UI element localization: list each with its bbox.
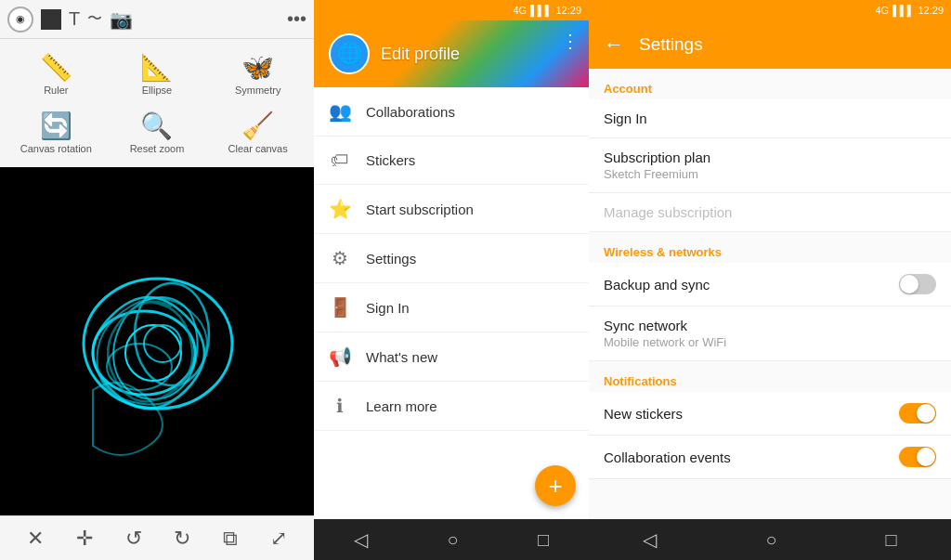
nav-home-icon[interactable]: ○ [447,529,458,551]
color-swatch[interactable] [41,9,61,30]
drawing-canvas[interactable] [0,167,314,515]
reset-zoom-icon: 🔍 [140,111,173,141]
settings-panel: 4G ▌▌▌ 12:29 ← Settings Account Sign In … [589,0,951,560]
drawing-panel: ◉ T 〜 📷 ••• 📏 Ruler 📐 Ellipse 🦋 Symmetry… [0,0,314,560]
canvas-svg [0,167,314,515]
settings-header: ← Settings [589,20,951,69]
settings-nav-back-icon[interactable]: ◁ [643,528,657,551]
svg-point-3 [125,325,181,381]
clear-canvas-label: Clear canvas [228,143,288,154]
settings-time: 12:29 [918,5,944,16]
manage-subscription-title: Manage subscription [604,204,936,220]
settings-nav-home-icon[interactable]: ○ [765,529,776,551]
drawing-bottombar: ✕ ✛ ↺ ↻ ⧉ ⤢ [0,515,314,560]
learn-more-icon: ℹ [329,395,351,417]
settings-new-stickers[interactable]: New stickers [589,392,951,436]
close-button[interactable]: ✕ [27,527,44,551]
menu-title: Edit profile [381,45,460,64]
stickers-icon: 🏷 [329,150,351,171]
redo-button[interactable]: ↻ [174,527,190,551]
back-button[interactable]: ← [604,33,624,57]
sync-network-title: Sync network [604,318,936,333]
settings-signal-bars: ▌▌▌ [892,5,914,16]
ruler-tool[interactable]: 📏 Ruler [7,46,105,101]
sync-network-subtitle: Mobile network or WiFi [604,335,936,349]
collaboration-events-title: Collaboration events [604,449,731,465]
camera-icon[interactable]: 📷 [110,8,133,31]
reset-zoom-tool[interactable]: 🔍 Reset zoom [109,105,206,160]
settings-sync-network[interactable]: Sync network Mobile network or WiFi [589,306,951,361]
mustache-icon[interactable]: 〜 [87,9,102,29]
collaborations-label: Collaborations [366,104,455,120]
toggle-knob [900,275,918,293]
settings-statusbar: 4G ▌▌▌ 12:29 [589,0,951,20]
settings-icon: ⚙ [329,247,351,269]
sign-in-label: Sign In [366,300,410,316]
drawing-toolbar: ◉ T 〜 📷 ••• [0,0,314,39]
settings-subscription-plan[interactable]: Subscription plan Sketch Freemium [589,138,951,193]
settings-label: Settings [366,251,416,267]
notifications-section-label: Notifications [589,361,951,392]
menu-list: 👥 Collaborations 🏷 Stickers ⭐ Start subs… [314,87,589,519]
menu-item-sign-in[interactable]: 🚪 Sign In [314,283,589,332]
symmetry-label: Symmetry [235,85,281,96]
reset-zoom-label: Reset zoom [130,143,185,154]
settings-nav-recents-icon[interactable]: □ [885,529,896,551]
menu-panel: 4G ▌▌▌ 12:29 🌐 Edit profile ⋮ 👥 Collabor… [314,0,589,560]
nav-back-icon[interactable]: ◁ [354,528,368,551]
settings-manage-subscription: Manage subscription [589,193,951,232]
ellipse-label: Ellipse [142,85,172,96]
menu-item-start-subscription[interactable]: ⭐ Start subscription [314,185,589,234]
whats-new-icon: 📢 [329,345,351,368]
menu-item-whats-new[interactable]: 📢 What's new [314,332,589,382]
ellipse-tool[interactable]: 📐 Ellipse [109,46,206,101]
menu-item-learn-more[interactable]: ℹ Learn more [314,382,589,431]
backup-sync-title: Backup and sync [604,277,710,293]
new-stickers-title: New stickers [604,406,683,422]
settings-sign-in[interactable]: Sign In [589,99,951,138]
clear-canvas-icon: 🧹 [241,111,274,141]
settings-title: Settings [639,34,703,55]
canvas-rotation-icon: 🔄 [40,111,72,141]
new-stickers-knob [917,404,935,423]
expand-icon[interactable]: ⤢ [270,527,287,551]
settings-backup-sync[interactable]: Backup and sync [589,263,951,306]
undo-button[interactable]: ↺ [125,527,142,551]
sign-in-title: Sign In [604,111,936,126]
collaboration-events-knob [917,448,935,466]
circle-icon: ◉ [16,13,25,25]
collaborations-icon: 👥 [329,100,351,123]
move-icon[interactable]: ✛ [76,527,93,551]
layers-icon[interactable]: ⧉ [223,527,238,551]
menu-signal: 4G [513,5,527,16]
canvas-rotation-label: Canvas rotation [20,143,92,154]
collaboration-events-toggle[interactable] [899,447,936,467]
tool-selector[interactable]: ◉ [7,7,33,33]
tools-grid: 📏 Ruler 📐 Ellipse 🦋 Symmetry 🔄 Canvas ro… [0,39,314,167]
symmetry-icon: 🦋 [241,52,274,83]
account-section-label: Account [589,69,951,99]
sign-in-icon: 🚪 [329,296,351,319]
clear-canvas-tool[interactable]: 🧹 Clear canvas [209,105,306,160]
canvas-rotation-tool[interactable]: 🔄 Canvas rotation [7,105,105,160]
avatar-icon: 🌐 [337,42,362,66]
more-menu-button[interactable]: ⋮ [561,30,580,52]
more-icon[interactable]: ••• [287,8,306,30]
menu-item-stickers[interactable]: 🏷 Stickers [314,137,589,185]
settings-navbar: ◁ ○ □ [589,519,951,560]
subscription-plan-title: Subscription plan [604,150,936,165]
new-stickers-toggle[interactable] [899,403,936,423]
text-tool-icon[interactable]: T [69,8,80,30]
symmetry-tool[interactable]: 🦋 Symmetry [209,46,306,101]
menu-item-settings[interactable]: ⚙ Settings [314,234,589,283]
wireless-section-label: Wireless & networks [589,232,951,263]
menu-item-collaborations[interactable]: 👥 Collaborations [314,87,589,137]
fab-button[interactable]: + [535,465,576,506]
settings-signal: 4G [875,5,889,16]
settings-collaboration-events[interactable]: Collaboration events [589,436,951,479]
subscription-plan-subtitle: Sketch Freemium [604,167,936,181]
learn-more-label: Learn more [366,398,437,414]
backup-sync-toggle[interactable] [899,274,936,294]
nav-recents-icon[interactable]: □ [538,529,549,551]
ellipse-icon: 📐 [140,52,173,83]
